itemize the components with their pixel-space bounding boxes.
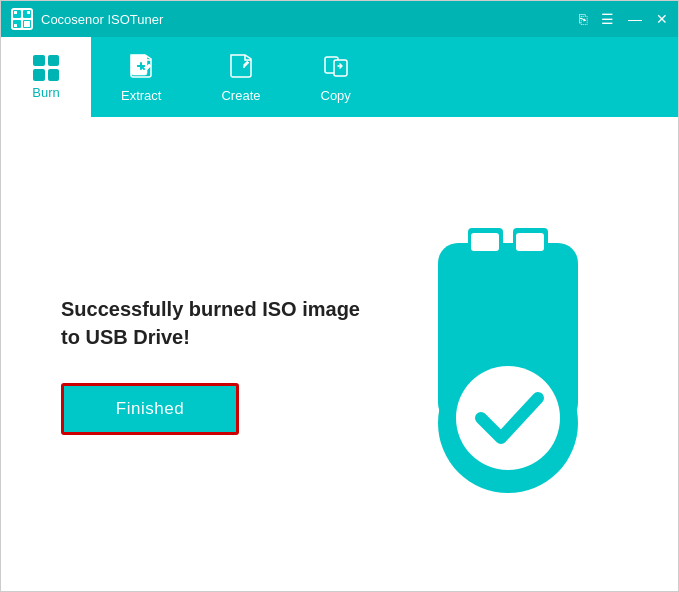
content-left: Successfully burned ISO image to USB Dri… [61, 295, 360, 435]
tab-extract[interactable]: Extract [91, 37, 191, 117]
menu-icon[interactable]: ☰ [601, 12, 614, 26]
svg-rect-7 [14, 24, 17, 27]
success-line1: Successfully burned ISO image [61, 298, 360, 320]
app-title: Cocosenor ISOTuner [41, 12, 163, 27]
svg-rect-5 [14, 11, 17, 14]
extract-icon [127, 52, 155, 84]
svg-rect-6 [27, 11, 30, 14]
finished-button[interactable]: Finished [61, 383, 239, 435]
tab-burn-label: Burn [32, 85, 59, 100]
minimize-icon[interactable]: — [628, 12, 642, 26]
svg-rect-8 [24, 21, 30, 27]
tab-create-label: Create [221, 88, 260, 103]
tab-extract-label: Extract [121, 88, 161, 103]
tab-copy[interactable]: Copy [291, 37, 381, 117]
usb-drive-svg [398, 223, 618, 503]
title-bar-controls: ⎘ ☰ — ✕ [579, 12, 668, 26]
success-line2: to USB Drive! [61, 326, 190, 348]
title-bar-left: Cocosenor ISOTuner [11, 8, 163, 30]
burn-icon [33, 55, 59, 81]
svg-point-20 [456, 366, 560, 470]
tab-copy-label: Copy [321, 88, 351, 103]
tab-burn[interactable]: Burn [1, 37, 91, 117]
svg-rect-18 [516, 233, 544, 251]
toolbar: Burn Extract [1, 37, 678, 117]
svg-rect-17 [471, 233, 499, 251]
close-icon[interactable]: ✕ [656, 12, 668, 26]
share-icon[interactable]: ⎘ [579, 12, 587, 26]
success-message: Successfully burned ISO image to USB Dri… [61, 295, 360, 351]
title-bar: Cocosenor ISOTuner ⎘ ☰ — ✕ [1, 1, 678, 37]
copy-icon [322, 52, 350, 84]
usb-illustration [398, 223, 618, 507]
app-logo-icon [11, 8, 33, 30]
tab-create[interactable]: Create [191, 37, 290, 117]
content-area: Successfully burned ISO image to USB Dri… [1, 117, 678, 592]
create-icon [227, 52, 255, 84]
